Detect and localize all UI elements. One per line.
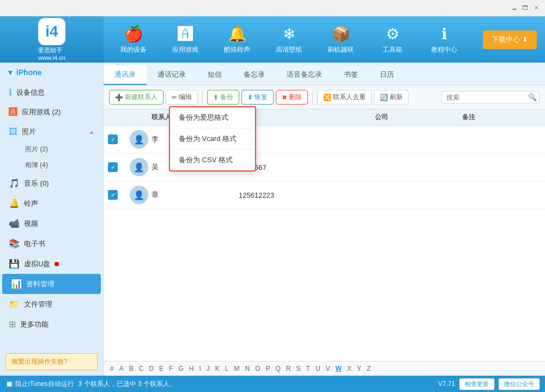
row1-check[interactable]: ✓ — [104, 130, 125, 149]
backup-dropdown: 备份为爱思格式 备份为 Vcard 格式 备份为 CSV 格式 — [169, 106, 256, 171]
sidebar-item-data-mgr[interactable]: 📊 资料管理 — [2, 274, 101, 294]
alpha-char-s[interactable]: S — [295, 365, 302, 372]
alpha-char-a[interactable]: A — [118, 365, 125, 372]
nav-app-games-label: 应用游戏 — [172, 45, 198, 54]
sidebar-item-vdisk[interactable]: 💾 虚拟U盘 — [0, 254, 103, 274]
tab-contacts[interactable]: 通讯录 — [104, 65, 147, 85]
sidebar-item-file-mgr[interactable]: 📁 文件管理 — [0, 294, 103, 314]
status-bar: ⏹ 阻止iTunes自动运行 3 个联系人，已选中 3 个联系人。 V7.71 … — [0, 376, 545, 392]
tab-call-log[interactable]: 通话记录 — [147, 65, 197, 85]
alpha-char-j[interactable]: J — [205, 365, 211, 372]
tab-calendar[interactable]: 日历 — [369, 65, 405, 85]
alpha-char-v[interactable]: V — [325, 365, 331, 372]
wechat-button[interactable]: 微信公众号 — [499, 378, 540, 390]
alpha-char-y[interactable]: Y — [356, 365, 362, 372]
chevron-up-icon: ▲ — [89, 129, 94, 135]
checkbox-1[interactable]: ✓ — [108, 134, 118, 144]
sidebar-item-device-info[interactable]: ℹ 设备信息 — [0, 82, 103, 102]
checkbox-2[interactable]: ✓ — [108, 162, 118, 172]
alpha-char-b[interactable]: B — [128, 365, 135, 372]
sidebar-bottom: 频繁出现操作失败? — [0, 348, 103, 376]
alpha-char-n[interactable]: N — [244, 365, 251, 372]
sidebar-device-info-label: 设备信息 — [16, 88, 45, 97]
tab-bar: 通讯录 通话记录 短信 备忘录 语音备忘录 书签 日历 — [104, 63, 545, 85]
itunes-stop-btn[interactable]: ⏹ 阻止iTunes自动运行 — [5, 379, 74, 389]
edit-label: 编辑 — [179, 93, 192, 102]
nav-wallpaper[interactable]: ❄ 高清壁纸 — [264, 21, 313, 59]
alpha-char-e[interactable]: E — [158, 365, 165, 372]
edit-button[interactable]: ✏ 编辑 — [166, 90, 198, 105]
title-bar: 🗕 🗖 ✕ — [0, 0, 545, 16]
tab-voice-notes[interactable]: 语音备忘录 — [276, 65, 333, 85]
restore-button[interactable]: ⬇ 恢复 — [241, 90, 274, 105]
nav-toolbox[interactable]: ⚙ 工具箱 — [368, 21, 417, 59]
row1-company — [371, 135, 458, 144]
row2-check[interactable]: ✓ — [104, 158, 125, 176]
sidebar-item-more[interactable]: ⊞ 更多功能 — [0, 314, 103, 334]
sidebar-item-ringtone[interactable]: 🔔 铃声 — [0, 193, 103, 213]
logo-icon: i4 — [38, 18, 65, 45]
backup-csv-format[interactable]: 备份为 CSV 格式 — [170, 150, 255, 170]
alpha-char-k[interactable]: K — [214, 365, 221, 372]
checkbox-3[interactable]: ✓ — [108, 190, 118, 200]
alpha-char-q[interactable]: Q — [275, 365, 282, 372]
itunes-stop-label: 阻止iTunes自动运行 — [15, 379, 74, 389]
sidebar-item-photos-sub2[interactable]: 相簿 (4) — [16, 157, 103, 173]
row3-check[interactable]: ✓ — [104, 186, 125, 204]
sidebar-item-video[interactable]: 📹 视频 — [0, 213, 103, 234]
import-icon: 🔀 — [323, 94, 331, 101]
backup-vcard-format[interactable]: 备份为 Vcard 格式 — [170, 128, 255, 150]
sidebar-vdisk-label: 虚拟U盘 — [24, 259, 50, 269]
nav-ringtones[interactable]: 🔔 酷炫铃声 — [213, 21, 262, 59]
nav-app-games[interactable]: 🅰 应用游戏 — [161, 21, 210, 59]
nav-tutorial[interactable]: ℹ 教程中心 — [420, 21, 469, 59]
check-update-button[interactable]: 检查更新 — [459, 378, 494, 390]
sidebar-item-apps[interactable]: 🅰 应用游戏 (2) — [0, 102, 103, 122]
alpha-char-z[interactable]: Z — [366, 365, 372, 372]
delete-button[interactable]: ✖ 删除 — [276, 90, 308, 105]
minimize-btn[interactable]: 🗕 — [510, 4, 519, 13]
alpha-char-f[interactable]: F — [168, 365, 174, 372]
alpha-char-l[interactable]: L — [224, 365, 230, 372]
row3-phone: 125612223 — [234, 187, 371, 204]
alpha-char-c[interactable]: C — [138, 365, 145, 372]
window-controls[interactable]: 🗕 🗖 ✕ — [510, 4, 541, 13]
sidebar-item-photos[interactable]: 🖼 照片 ▲ — [0, 122, 103, 142]
alpha-char-u[interactable]: U — [314, 365, 322, 372]
alpha-char-w[interactable]: W — [335, 365, 343, 372]
maximize-btn[interactable]: 🗖 — [521, 4, 530, 13]
logo-area: i4 爱思助手 www.i4.cn — [0, 16, 104, 63]
alpha-char-x[interactable]: X — [346, 365, 353, 372]
alpha-char-g[interactable]: G — [177, 365, 184, 372]
sidebar-item-photos-sub1[interactable]: 照片 (2) — [16, 142, 103, 157]
alpha-char-r[interactable]: R — [285, 365, 292, 372]
alpha-char-m[interactable]: M — [233, 365, 240, 372]
search-box[interactable]: 🔍 — [441, 91, 540, 103]
refresh-button[interactable]: 🔄 刷新 — [374, 90, 409, 105]
backup-i4-format[interactable]: 备份为爱思格式 — [170, 107, 255, 128]
right-panel: 通讯录 通话记录 短信 备忘录 语音备忘录 书签 日历 ➕ 新建联系人 ✏ 编辑 — [104, 63, 545, 376]
alpha-char-t[interactable]: T — [305, 365, 311, 372]
new-contact-button[interactable]: ➕ 新建联系人 — [109, 90, 164, 105]
import-button[interactable]: 🔀 联系人去重 — [317, 90, 372, 105]
sidebar-item-music[interactable]: 🎵 音乐 (0) — [0, 173, 103, 193]
tab-sms[interactable]: 短信 — [197, 65, 233, 85]
tab-bookmarks[interactable]: 书签 — [333, 65, 369, 85]
nav-jailbreak[interactable]: 📦 刷机越狱 — [316, 21, 365, 59]
backup-button[interactable]: ⬆ 备份 — [207, 90, 239, 105]
sidebar-warning[interactable]: 频繁出现操作失败? — [5, 353, 98, 370]
alpha-char-p[interactable]: P — [265, 365, 271, 372]
table-row[interactable]: ✓ 👤 章 125612223 — [104, 181, 545, 209]
close-btn[interactable]: ✕ — [532, 4, 541, 13]
download-button[interactable]: 下载中心 ⬇ — [483, 30, 537, 49]
sidebar-item-ebook[interactable]: 📚 电子书 — [0, 234, 103, 254]
alpha-char-h[interactable]: H — [188, 365, 195, 372]
alpha-char-i[interactable]: I — [198, 365, 202, 372]
search-input[interactable] — [446, 94, 528, 101]
nav-my-device[interactable]: 🍎 我的设备 — [109, 21, 158, 59]
alpha-char-d[interactable]: D — [148, 365, 155, 372]
tab-notes[interactable]: 备忘录 — [233, 65, 276, 85]
alpha-char-o[interactable]: O — [254, 365, 261, 372]
alpha-char-#[interactable]: # — [109, 365, 115, 372]
download-icon: ⬇ — [522, 35, 528, 44]
